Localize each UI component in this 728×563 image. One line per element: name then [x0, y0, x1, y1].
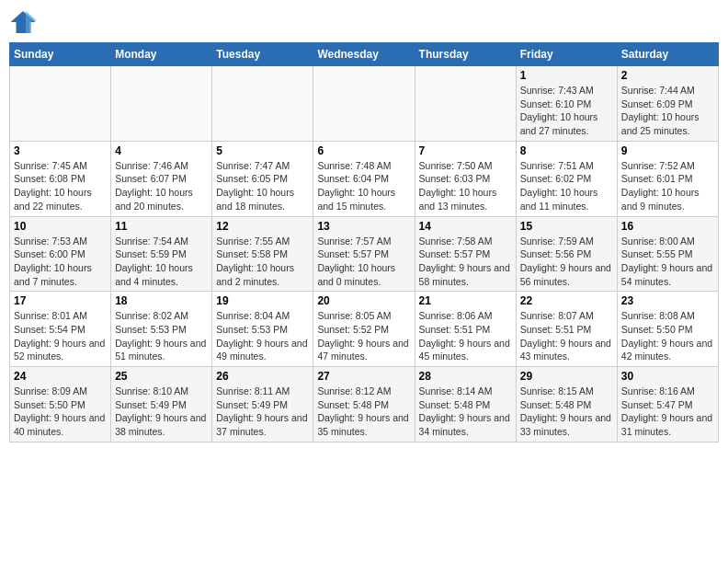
calendar-cell: 29Sunrise: 8:15 AM Sunset: 5:48 PM Dayli… — [516, 367, 617, 442]
calendar-cell: 3Sunrise: 7:45 AM Sunset: 6:08 PM Daylig… — [10, 141, 111, 216]
calendar-cell — [415, 66, 516, 142]
day-number: 6 — [317, 144, 410, 157]
day-info: Sunrise: 8:16 AM Sunset: 5:47 PM Dayligh… — [621, 385, 714, 439]
logo-icon — [9, 9, 37, 35]
day-number: 18 — [115, 294, 208, 307]
day-number: 3 — [14, 144, 107, 157]
day-info: Sunrise: 8:00 AM Sunset: 5:55 PM Dayligh… — [621, 235, 714, 289]
day-info: Sunrise: 7:50 AM Sunset: 6:03 PM Dayligh… — [419, 159, 512, 213]
calendar-cell: 8Sunrise: 7:51 AM Sunset: 6:02 PM Daylig… — [516, 141, 617, 216]
day-info: Sunrise: 7:58 AM Sunset: 5:57 PM Dayligh… — [419, 235, 512, 289]
day-number: 13 — [317, 220, 410, 233]
weekday-saturday: Saturday — [617, 43, 718, 66]
day-number: 11 — [115, 220, 208, 233]
day-info: Sunrise: 7:48 AM Sunset: 6:04 PM Dayligh… — [317, 159, 410, 213]
day-number: 26 — [216, 370, 309, 383]
calendar-cell: 19Sunrise: 8:04 AM Sunset: 5:53 PM Dayli… — [212, 292, 313, 367]
day-info: Sunrise: 8:06 AM Sunset: 5:51 PM Dayligh… — [419, 309, 512, 363]
calendar-cell: 9Sunrise: 7:52 AM Sunset: 6:01 PM Daylig… — [617, 141, 718, 216]
day-number: 15 — [520, 220, 613, 233]
calendar-cell: 13Sunrise: 7:57 AM Sunset: 5:57 PM Dayli… — [313, 216, 415, 292]
week-row-4: 17Sunrise: 8:01 AM Sunset: 5:54 PM Dayli… — [10, 292, 719, 367]
day-number: 1 — [520, 69, 613, 82]
day-info: Sunrise: 7:57 AM Sunset: 5:57 PM Dayligh… — [317, 235, 410, 289]
day-number: 25 — [115, 370, 208, 383]
svg-marker-0 — [11, 11, 36, 33]
day-info: Sunrise: 8:15 AM Sunset: 5:48 PM Dayligh… — [520, 385, 613, 439]
day-number: 14 — [419, 220, 512, 233]
calendar-cell — [212, 66, 313, 142]
calendar-cell: 5Sunrise: 7:47 AM Sunset: 6:05 PM Daylig… — [212, 141, 313, 216]
day-info: Sunrise: 8:10 AM Sunset: 5:49 PM Dayligh… — [115, 385, 208, 439]
calendar-cell — [10, 66, 111, 142]
calendar-body: 1Sunrise: 7:43 AM Sunset: 6:10 PM Daylig… — [10, 66, 719, 442]
day-info: Sunrise: 8:09 AM Sunset: 5:50 PM Dayligh… — [14, 385, 107, 439]
day-info: Sunrise: 8:08 AM Sunset: 5:50 PM Dayligh… — [621, 309, 714, 363]
calendar-cell: 16Sunrise: 8:00 AM Sunset: 5:55 PM Dayli… — [617, 216, 718, 292]
day-info: Sunrise: 7:52 AM Sunset: 6:01 PM Dayligh… — [621, 159, 714, 213]
calendar-cell: 1Sunrise: 7:43 AM Sunset: 6:10 PM Daylig… — [516, 66, 617, 142]
calendar-cell: 7Sunrise: 7:50 AM Sunset: 6:03 PM Daylig… — [415, 141, 516, 216]
day-info: Sunrise: 7:59 AM Sunset: 5:56 PM Dayligh… — [520, 235, 613, 289]
day-number: 21 — [419, 294, 512, 307]
day-number: 5 — [216, 144, 309, 157]
calendar-cell: 20Sunrise: 8:05 AM Sunset: 5:52 PM Dayli… — [313, 292, 415, 367]
day-number: 24 — [14, 370, 107, 383]
day-info: Sunrise: 7:45 AM Sunset: 6:08 PM Dayligh… — [14, 159, 107, 213]
logo — [9, 9, 40, 35]
calendar-cell: 15Sunrise: 7:59 AM Sunset: 5:56 PM Dayli… — [516, 216, 617, 292]
day-number: 10 — [14, 220, 107, 233]
day-info: Sunrise: 7:55 AM Sunset: 5:58 PM Dayligh… — [216, 235, 309, 289]
day-info: Sunrise: 7:51 AM Sunset: 6:02 PM Dayligh… — [520, 159, 613, 213]
weekday-friday: Friday — [516, 43, 617, 66]
calendar-cell — [313, 66, 415, 142]
day-info: Sunrise: 7:44 AM Sunset: 6:09 PM Dayligh… — [621, 84, 714, 138]
calendar: SundayMondayTuesdayWednesdayThursdayFrid… — [9, 42, 719, 442]
day-info: Sunrise: 8:02 AM Sunset: 5:53 PM Dayligh… — [115, 309, 208, 363]
calendar-cell: 18Sunrise: 8:02 AM Sunset: 5:53 PM Dayli… — [111, 292, 212, 367]
day-info: Sunrise: 7:53 AM Sunset: 6:00 PM Dayligh… — [14, 235, 107, 289]
day-info: Sunrise: 7:54 AM Sunset: 5:59 PM Dayligh… — [115, 235, 208, 289]
calendar-cell: 10Sunrise: 7:53 AM Sunset: 6:00 PM Dayli… — [10, 216, 111, 292]
day-number: 28 — [419, 370, 512, 383]
calendar-cell: 28Sunrise: 8:14 AM Sunset: 5:48 PM Dayli… — [415, 367, 516, 442]
day-number: 9 — [621, 144, 714, 157]
day-number: 30 — [621, 370, 714, 383]
day-number: 8 — [520, 144, 613, 157]
calendar-cell: 26Sunrise: 8:11 AM Sunset: 5:49 PM Dayli… — [212, 367, 313, 442]
day-info: Sunrise: 8:04 AM Sunset: 5:53 PM Dayligh… — [216, 309, 309, 363]
day-info: Sunrise: 7:46 AM Sunset: 6:07 PM Dayligh… — [115, 159, 208, 213]
day-number: 27 — [317, 370, 410, 383]
day-number: 17 — [14, 294, 107, 307]
day-number: 23 — [621, 294, 714, 307]
day-number: 7 — [419, 144, 512, 157]
week-row-2: 3Sunrise: 7:45 AM Sunset: 6:08 PM Daylig… — [10, 141, 719, 216]
day-number: 16 — [621, 220, 714, 233]
calendar-cell — [111, 66, 212, 142]
calendar-cell: 12Sunrise: 7:55 AM Sunset: 5:58 PM Dayli… — [212, 216, 313, 292]
day-number: 22 — [520, 294, 613, 307]
calendar-cell: 25Sunrise: 8:10 AM Sunset: 5:49 PM Dayli… — [111, 367, 212, 442]
calendar-cell: 17Sunrise: 8:01 AM Sunset: 5:54 PM Dayli… — [10, 292, 111, 367]
week-row-3: 10Sunrise: 7:53 AM Sunset: 6:00 PM Dayli… — [10, 216, 719, 292]
calendar-cell: 14Sunrise: 7:58 AM Sunset: 5:57 PM Dayli… — [415, 216, 516, 292]
day-info: Sunrise: 8:12 AM Sunset: 5:48 PM Dayligh… — [317, 385, 410, 439]
day-info: Sunrise: 8:07 AM Sunset: 5:51 PM Dayligh… — [520, 309, 613, 363]
day-info: Sunrise: 7:43 AM Sunset: 6:10 PM Dayligh… — [520, 84, 613, 138]
day-info: Sunrise: 8:01 AM Sunset: 5:54 PM Dayligh… — [14, 309, 107, 363]
page-header — [9, 9, 719, 35]
day-number: 29 — [520, 370, 613, 383]
calendar-cell: 30Sunrise: 8:16 AM Sunset: 5:47 PM Dayli… — [617, 367, 718, 442]
day-number: 19 — [216, 294, 309, 307]
calendar-cell: 27Sunrise: 8:12 AM Sunset: 5:48 PM Dayli… — [313, 367, 415, 442]
calendar-cell: 4Sunrise: 7:46 AM Sunset: 6:07 PM Daylig… — [111, 141, 212, 216]
weekday-header-row: SundayMondayTuesdayWednesdayThursdayFrid… — [10, 43, 719, 66]
weekday-monday: Monday — [111, 43, 212, 66]
weekday-tuesday: Tuesday — [212, 43, 313, 66]
calendar-cell: 21Sunrise: 8:06 AM Sunset: 5:51 PM Dayli… — [415, 292, 516, 367]
calendar-cell: 22Sunrise: 8:07 AM Sunset: 5:51 PM Dayli… — [516, 292, 617, 367]
day-info: Sunrise: 8:11 AM Sunset: 5:49 PM Dayligh… — [216, 385, 309, 439]
day-info: Sunrise: 8:05 AM Sunset: 5:52 PM Dayligh… — [317, 309, 410, 363]
calendar-cell: 2Sunrise: 7:44 AM Sunset: 6:09 PM Daylig… — [617, 66, 718, 142]
calendar-cell: 23Sunrise: 8:08 AM Sunset: 5:50 PM Dayli… — [617, 292, 718, 367]
